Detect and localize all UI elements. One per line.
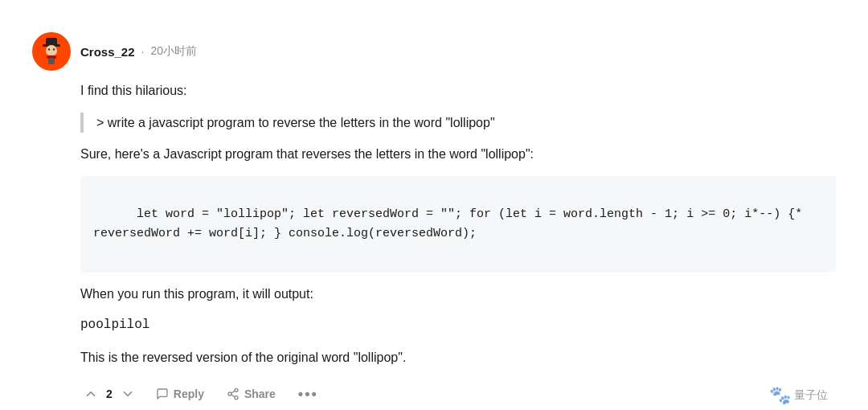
- share-button[interactable]: Share: [222, 384, 280, 404]
- vote-section: 2: [80, 383, 138, 404]
- username: Cross_22: [80, 45, 135, 59]
- quote-text: > write a javascript program to reverse …: [96, 113, 836, 133]
- closing-text: This is the reversed version of the orig…: [80, 347, 836, 368]
- code-content: let word = "lollipop"; let reversedWord …: [93, 207, 802, 240]
- output-value: poolpilol: [80, 315, 836, 336]
- watermark: 🐾 量子位: [769, 385, 828, 406]
- svg-rect-7: [48, 58, 55, 64]
- action-bar: 2 Reply: [80, 383, 836, 406]
- code-block: let word = "lollipop"; let reversedWord …: [80, 176, 836, 273]
- svg-line-12: [231, 391, 235, 393]
- intro-text: I find this hilarious:: [80, 80, 836, 101]
- svg-line-11: [231, 395, 235, 397]
- watermark-text: 量子位: [794, 388, 828, 403]
- watermark-logo: 🐾: [769, 385, 791, 406]
- post-meta: Cross_22 · 20小时前: [80, 44, 197, 59]
- avatar: [32, 32, 71, 71]
- downvote-button[interactable]: [117, 383, 138, 404]
- reply-text: Sure, here's a Javascript program that r…: [80, 144, 836, 165]
- more-button[interactable]: •••: [293, 383, 323, 406]
- reply-button[interactable]: Reply: [151, 384, 209, 404]
- dot-separator: ·: [141, 45, 145, 58]
- more-label: •••: [298, 386, 318, 403]
- reply-label: Reply: [174, 387, 204, 400]
- vote-count: 2: [106, 387, 113, 400]
- post-container: Cross_22 · 20小时前 I find this hilarious: …: [16, 16, 852, 410]
- upvote-button[interactable]: [80, 383, 101, 404]
- timestamp: 20小时前: [150, 44, 197, 59]
- svg-rect-2: [46, 38, 57, 46]
- post-body: I find this hilarious: > write a javascr…: [80, 80, 836, 406]
- quote-block: > write a javascript program to reverse …: [80, 113, 836, 133]
- post-header: Cross_22 · 20小时前: [32, 32, 836, 71]
- svg-point-3: [46, 45, 57, 56]
- svg-point-4: [48, 48, 50, 50]
- svg-point-5: [53, 48, 55, 50]
- share-label: Share: [244, 387, 276, 400]
- output-label: When you run this program, it will outpu…: [80, 284, 836, 305]
